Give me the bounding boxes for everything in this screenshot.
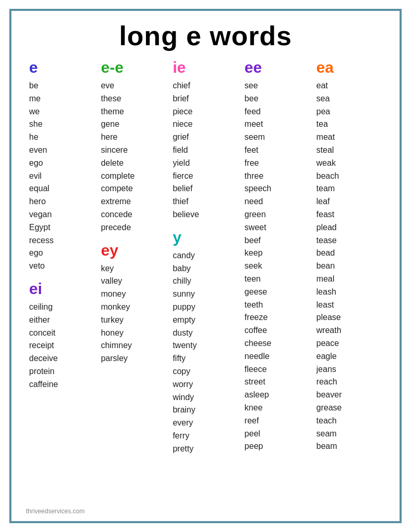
page-container: long e words ebemewesheheevenegoevilequa…: [9, 9, 402, 523]
word-item: bead: [316, 247, 382, 260]
word-item: feast: [316, 208, 382, 221]
word-item: feed: [245, 105, 310, 118]
word-item: speech: [245, 182, 310, 195]
word-item: valley: [101, 275, 166, 288]
word-item: grief: [173, 131, 238, 144]
word-item: freeze: [245, 311, 310, 324]
word-item: three: [245, 170, 310, 183]
word-item: brainy: [173, 404, 238, 417]
word-item: complete: [101, 170, 166, 183]
word-item: need: [245, 195, 310, 208]
word-item: weak: [316, 157, 382, 170]
word-item: see: [245, 79, 310, 92]
word-item: street: [245, 376, 310, 389]
word-item: receipt: [29, 339, 95, 352]
word-item: she: [29, 118, 95, 131]
word-item: bean: [316, 260, 382, 273]
word-item: belief: [173, 182, 238, 195]
word-item: deceive: [29, 352, 95, 365]
word-item: fierce: [173, 170, 238, 183]
word-item: recess: [29, 234, 95, 247]
col-ee-e: e-eevethesethemegeneheresinceredeletecom…: [98, 59, 169, 504]
word-item: copy: [173, 365, 238, 378]
word-item: beach: [316, 170, 382, 183]
word-item: meat: [316, 131, 382, 144]
word-item: protein: [29, 365, 95, 378]
word-item: yield: [173, 157, 238, 170]
word-item: money: [101, 288, 166, 301]
word-item: delete: [101, 157, 166, 170]
word-item: twenty: [173, 339, 238, 352]
word-item: hero: [29, 195, 95, 208]
word-item: meet: [245, 118, 310, 131]
word-item: these: [101, 92, 166, 105]
word-item: key: [101, 262, 166, 275]
word-item: beef: [245, 234, 310, 247]
word-item: teach: [316, 415, 382, 428]
word-item: ego: [29, 157, 95, 170]
word-item: gene: [101, 118, 166, 131]
word-item: beam: [316, 440, 382, 453]
word-item: believe: [173, 208, 238, 221]
word-item: please: [316, 311, 382, 324]
word-item: eat: [316, 79, 382, 92]
columns-row: ebemewesheheevenegoevilequalheroveganEgy…: [26, 59, 385, 504]
word-list-y: candybabychillysunnypuppyemptydustytwent…: [173, 249, 238, 456]
col-ie: iechiefbriefpieceniecegrieffieldyieldfie…: [169, 59, 241, 504]
word-item: piece: [173, 105, 238, 118]
word-item: turkey: [101, 314, 166, 327]
word-item: be: [29, 79, 95, 92]
word-item: team: [316, 182, 382, 195]
word-item: feet: [245, 144, 310, 157]
section-header-ei: ei: [29, 280, 95, 298]
word-item: vegan: [29, 208, 95, 221]
word-item: peace: [316, 337, 382, 350]
word-item: sunny: [173, 288, 238, 301]
word-item: thief: [173, 195, 238, 208]
word-item: Egypt: [29, 221, 95, 234]
word-item: fifty: [173, 352, 238, 365]
word-item: leash: [316, 286, 382, 299]
word-item: dusty: [173, 327, 238, 340]
word-item: pea: [316, 105, 382, 118]
word-list-ee: evethesethemegeneheresinceredeletecomple…: [101, 79, 166, 234]
word-item: ego: [29, 247, 95, 260]
footer-text: thriveedservices.com: [26, 508, 385, 515]
word-item: compete: [101, 182, 166, 195]
word-item: baby: [173, 262, 238, 275]
word-item: seem: [245, 131, 310, 144]
col-ea: eaeatseapeateameatstealweakbeachteamleaf…: [313, 59, 385, 504]
section-header-ee: e-e: [101, 59, 166, 76]
word-item: tease: [316, 234, 382, 247]
word-list-e: bemewesheheevenegoevilequalheroveganEgyp…: [29, 79, 95, 273]
word-item: conceit: [29, 327, 95, 340]
word-item: leaf: [316, 195, 382, 208]
word-item: either: [29, 314, 95, 327]
word-item: green: [245, 208, 310, 221]
word-item: jeans: [316, 363, 382, 376]
word-item: chief: [173, 79, 238, 92]
word-item: seek: [245, 260, 310, 273]
col-ee: eeseebeefeedmeetseemfeetfreethreespeechn…: [242, 59, 313, 504]
word-list-ie: chiefbriefpieceniecegrieffieldyieldfierc…: [173, 79, 238, 221]
word-item: geese: [245, 286, 310, 299]
word-item: keep: [245, 247, 310, 260]
word-item: parsley: [101, 352, 166, 365]
word-item: theme: [101, 105, 166, 118]
word-item: monkey: [101, 301, 166, 314]
word-item: extreme: [101, 195, 166, 208]
col-e: ebemewesheheevenegoevilequalheroveganEgy…: [26, 59, 98, 504]
word-item: niece: [173, 118, 238, 131]
word-item: grease: [316, 402, 382, 415]
word-item: sweet: [245, 221, 310, 234]
word-item: reach: [316, 376, 382, 389]
word-list-ee: seebeefeedmeetseemfeetfreethreespeechnee…: [245, 79, 310, 453]
word-item: beaver: [316, 389, 382, 402]
word-item: precede: [101, 221, 166, 234]
section-header-ee: ee: [245, 59, 310, 76]
word-item: caffeine: [29, 378, 95, 391]
word-item: eve: [101, 79, 166, 92]
word-item: concede: [101, 208, 166, 221]
section-header-y: y: [173, 229, 238, 246]
word-list-ei: ceilingeitherconceitreceiptdeceiveprotei…: [29, 301, 95, 391]
